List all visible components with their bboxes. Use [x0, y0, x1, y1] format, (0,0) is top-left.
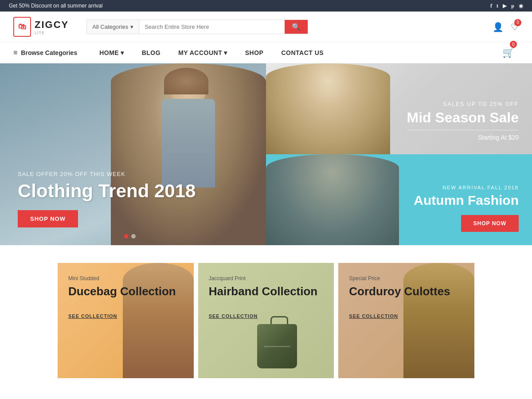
chevron-down-icon: ▾: [121, 49, 124, 56]
hero-main-title: Clothing Trend 2018: [18, 181, 196, 201]
hero-dot-2[interactable]: [131, 234, 136, 239]
logo[interactable]: 🛍 ZIGCY LITE: [13, 17, 69, 37]
browse-categories[interactable]: ≡ Browse Categories: [13, 43, 77, 63]
collection-ducebag-title: Ducebag Collection: [68, 285, 183, 298]
collection-hairband-text: Jaccquard Print Hairband Collection SEE …: [198, 263, 334, 332]
nav-home[interactable]: HOME ▾: [90, 43, 133, 63]
account-button[interactable]: 👤: [493, 22, 504, 32]
header-icons: 👤 ♡ 0: [493, 22, 519, 32]
search-category-dropdown[interactable]: All Categories ▾: [87, 20, 139, 34]
nav-links: HOME ▾ BLOG MY ACCOUNT ▾ SHOP CONTACT US: [90, 43, 498, 63]
hero-banner: SALE OFFER 20% OFF THIS WEEK Clothing Tr…: [0, 63, 532, 245]
twitter-icon[interactable]: 𝐭: [497, 3, 498, 9]
hamburger-icon: ≡: [13, 49, 17, 57]
pinterest-icon[interactable]: 𝐩: [511, 3, 514, 9]
logo-sub: LITE: [35, 31, 69, 35]
search-bar: All Categories ▾ 🔍: [86, 20, 308, 34]
logo-text-block: ZIGCY LITE: [35, 19, 69, 35]
collections-section: Mini Studded Ducebag Collection SEE COLL…: [0, 245, 532, 396]
hero-bottom-title: Autumn Fashion: [414, 193, 519, 208]
hero-top-price: Starting At $20: [407, 134, 519, 141]
collection-hairband-subtitle: Jaccquard Print: [209, 275, 324, 282]
logo-icon: 🛍: [13, 17, 31, 37]
facebook-icon[interactable]: 𝐟: [490, 3, 492, 9]
collection-hairband-title: Hairband Collection: [209, 285, 324, 298]
hero-blonde-figure: [266, 63, 390, 154]
hero-main-text: SALE OFFER 20% OFF THIS WEEK Clothing Tr…: [18, 171, 196, 227]
collection-card-hairband[interactable]: Jaccquard Print Hairband Collection SEE …: [198, 263, 334, 378]
hero-section: SALE OFFER 20% OFF THIS WEEK Clothing Tr…: [0, 63, 532, 245]
top-bar: Get 50% Discount on all summer arrival 𝐟…: [0, 0, 532, 12]
nav-shop[interactable]: SHOP: [236, 43, 273, 63]
collection-ducebag-text: Mini Studded Ducebag Collection SEE COLL…: [58, 263, 194, 332]
wishlist-button[interactable]: ♡ 0: [511, 22, 519, 32]
hero-man-figure: [266, 154, 399, 245]
cart-button-nav[interactable]: 🛒 0: [498, 43, 519, 63]
cart-badge-nav: 0: [510, 41, 517, 48]
collection-card-corduroy[interactable]: Special Price Corduroy Culottes SEE COLL…: [338, 263, 474, 378]
hero-top-right-panel: SALES UP TO 25% OFF Mid Season Sale Star…: [266, 63, 532, 154]
hero-side-panels: SALES UP TO 25% OFF Mid Season Sale Star…: [266, 63, 532, 245]
collection-hairband-link[interactable]: SEE COLLECTION: [209, 313, 258, 319]
hero-bottom-subtitle: NEW ARRIVAL FALL 2018: [414, 185, 519, 190]
nav-blog[interactable]: BLOG: [133, 43, 169, 63]
instagram-icon[interactable]: ◉: [519, 3, 523, 9]
hero-shop-now-button[interactable]: SHOP NOW: [18, 210, 78, 227]
collection-corduroy-title: Corduroy Culottes: [349, 285, 464, 298]
nav-my-account[interactable]: MY ACCOUNT ▾: [169, 43, 236, 63]
chevron-down-icon: ▾: [130, 23, 133, 30]
hero-dots: [124, 234, 136, 239]
hero-dot-1[interactable]: [124, 234, 129, 239]
hero-main-banner: SALE OFFER 20% OFF THIS WEEK Clothing Tr…: [0, 63, 266, 245]
collection-corduroy-text: Special Price Corduroy Culottes SEE COLL…: [338, 263, 474, 332]
collection-corduroy-link[interactable]: SEE COLLECTION: [349, 313, 398, 319]
search-category-label: All Categories: [92, 23, 128, 30]
chevron-down-icon: ▾: [224, 49, 227, 56]
collection-ducebag-link[interactable]: SEE COLLECTION: [68, 313, 117, 319]
hero-bottom-shop-now-button[interactable]: SHOP NOW: [461, 215, 519, 232]
collection-ducebag-subtitle: Mini Studded: [68, 275, 183, 282]
collection-card-ducebag[interactable]: Mini Studded Ducebag Collection SEE COLL…: [58, 263, 194, 378]
search-button[interactable]: 🔍: [285, 20, 308, 34]
announcement-text: Get 50% Discount on all summer arrival: [9, 3, 102, 9]
hero-top-right-text: SALES UP TO 25% OFF Mid Season Sale Star…: [407, 101, 519, 141]
search-input[interactable]: [139, 20, 285, 34]
hero-top-subtitle: SALES UP TO 25% OFF: [407, 101, 519, 107]
navigation: ≡ Browse Categories HOME ▾ BLOG MY ACCOU…: [0, 43, 532, 63]
browse-label: Browse Categories: [21, 49, 77, 56]
hero-sale-label: SALE OFFER 20% OFF THIS WEEK: [18, 171, 196, 177]
hero-bottom-right-panel: NEW ARRIVAL FALL 2018 Autumn Fashion SHO…: [266, 154, 532, 245]
social-icons: 𝐟 𝐭 ▶ 𝐩 ◉: [490, 3, 523, 9]
youtube-icon[interactable]: ▶: [503, 3, 507, 9]
hero-bottom-right-text: NEW ARRIVAL FALL 2018 Autumn Fashion SHO…: [414, 185, 519, 232]
hero-top-title: Mid Season Sale: [407, 110, 519, 125]
wishlist-badge: 0: [514, 19, 521, 26]
header: 🛍 ZIGCY LITE All Categories ▾ 🔍 👤 ♡ 0: [0, 12, 532, 43]
collection-corduroy-subtitle: Special Price: [349, 275, 464, 282]
nav-contact-us[interactable]: CONTACT US: [272, 43, 332, 63]
logo-name: ZIGCY: [35, 19, 69, 31]
